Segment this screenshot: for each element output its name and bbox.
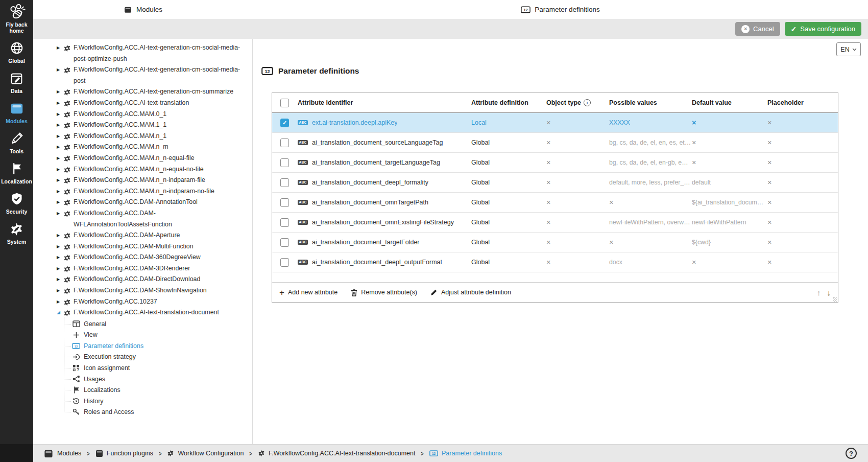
tree-item[interactable]: ▶ F.WorkflowConfig.ACC.DAM-AnnotationToo… <box>33 197 252 208</box>
expand-arrow-icon[interactable]: ▶ <box>57 175 63 186</box>
tree-item[interactable]: ▶ F.WorkflowConfig.ACC.DAM-WFLAnnotation… <box>33 208 252 230</box>
expand-arrow-icon[interactable]: ▶ <box>57 98 63 109</box>
collapse-arrow-icon[interactable]: ◢ <box>57 307 63 318</box>
tree-item[interactable]: ▶ F.WorkflowConfig.ACC.MAM.n_n-equal-no-… <box>33 164 252 175</box>
sidebar-item-system[interactable]: System <box>0 221 33 245</box>
breadcrumb-item-modules[interactable]: Modules <box>43 449 81 458</box>
tree-item[interactable]: ▶ F.WorkflowConfig.ACC.AI-text-generatio… <box>33 86 252 98</box>
select-all-checkbox[interactable] <box>280 99 289 107</box>
sidebar-item-modules[interactable]: Modules <box>0 100 33 124</box>
top-header-bar: Modules 12 Parameter definitions <box>33 0 868 19</box>
expand-arrow-icon[interactable]: ▶ <box>57 120 63 131</box>
cancel-button[interactable]: × Cancel <box>735 22 780 36</box>
tree-child-general[interactable]: General <box>33 318 252 330</box>
expand-arrow-icon[interactable]: ▶ <box>57 164 63 175</box>
expand-arrow-icon[interactable]: ▶ <box>57 42 63 54</box>
table-row[interactable]: ✓ ABC ai_translation_document_omnTargetP… <box>272 193 838 213</box>
sidebar-item-fly-back-home[interactable]: Fly back home <box>0 4 33 34</box>
expand-arrow-icon[interactable]: ▶ <box>57 86 63 98</box>
modules-icon <box>10 100 24 117</box>
expand-arrow-icon[interactable]: ▶ <box>57 285 63 296</box>
tree-item[interactable]: ▶ F.WorkflowConfig.ACC.MAM.n_m <box>33 142 252 153</box>
tree-child-history[interactable]: History <box>33 396 252 407</box>
table-row[interactable]: ✓ ABC ext.ai-translation.deepl.apiKey Lo… <box>272 113 838 133</box>
tree-item-expanded[interactable]: ◢ F.WorkflowConfig.ACC.AI-text-translati… <box>33 307 252 318</box>
help-icon[interactable]: ? <box>846 448 857 459</box>
expand-arrow-icon[interactable]: ▶ <box>57 197 63 208</box>
tree-item[interactable]: ▶ F.WorkflowConfig.ACC.DAM-MultiFunction <box>33 241 252 252</box>
tree-item[interactable]: ▶ F.WorkflowConfig.ACC.MAM.1_1 <box>33 120 252 131</box>
expand-arrow-icon[interactable]: ▶ <box>57 109 63 120</box>
tree-item[interactable]: ▶ F.WorkflowConfig.ACC.MAM.n_n-equal-fil… <box>33 153 252 164</box>
table-row[interactable]: ✓ ABC ai_translation_document_deepl_outp… <box>272 252 838 272</box>
tree-child-roles-and-access[interactable]: Roles and Access <box>33 407 252 418</box>
breadcrumb-item-function-plugins[interactable]: Function plugins <box>95 450 153 457</box>
breadcrumb-item-parameter-definitions[interactable]: 12 Parameter definitions <box>429 450 502 457</box>
text-attribute-icon: ABC <box>298 220 308 225</box>
tree-item[interactable]: ▶ F.WorkflowConfig.ACC.DAM-DirectDownloa… <box>33 274 252 285</box>
info-icon[interactable]: i <box>584 99 591 106</box>
expand-arrow-icon[interactable]: ▶ <box>57 230 63 241</box>
row-checkbox[interactable]: ✓ <box>280 138 289 147</box>
language-selector[interactable]: EN <box>836 42 861 56</box>
adjust-attribute-definition-button[interactable]: Adjust attribute definition <box>430 289 511 296</box>
move-up-button[interactable]: ↑ <box>817 288 821 297</box>
attribute-identifier: ext.ai-translation.deepl.apiKey <box>312 119 397 126</box>
tree-item[interactable]: ▶ F.WorkflowConfig.ACC.DAM-360DegreeView <box>33 252 252 263</box>
sidebar-item-tools[interactable]: Tools <box>0 130 33 154</box>
tree-child-usages[interactable]: Usages <box>33 374 252 385</box>
tree-child-localizations[interactable]: Localizations <box>33 384 252 396</box>
row-checkbox[interactable]: ✓ <box>280 198 289 207</box>
expand-arrow-icon[interactable]: ▶ <box>57 186 63 197</box>
expand-arrow-icon[interactable]: ▶ <box>57 274 63 285</box>
tree-item[interactable]: ▶ F.WorkflowConfig.ACC.AI-text-generatio… <box>33 64 252 86</box>
tree-item[interactable]: ▶ F.WorkflowConfig.ACC.MAM.n_n-indparam-… <box>33 175 252 186</box>
table-row[interactable]: ✓ ABC ai_translation_document_omnExistin… <box>272 213 838 233</box>
table-row[interactable]: ✓ ABC ai_translation_document_deepl_form… <box>272 173 838 193</box>
tree-item[interactable]: ▶ F.WorkflowConfig.ACC.AI-text-translati… <box>33 98 252 109</box>
tree-item[interactable]: ▶ F.WorkflowConfig.ACC.DAM-Aperture <box>33 230 252 241</box>
expand-arrow-icon[interactable]: ▶ <box>57 142 63 153</box>
gear-icon <box>63 166 71 173</box>
table-resize-handle[interactable] <box>833 297 837 302</box>
tree-item[interactable]: ▶ F.WorkflowConfig.ACC.MAM.0_1 <box>33 109 252 120</box>
row-checkbox[interactable]: ✓ <box>280 158 289 167</box>
expand-arrow-icon[interactable]: ▶ <box>57 131 63 142</box>
row-checkbox[interactable]: ✓ <box>280 238 289 247</box>
parameter-definitions-icon: 12 <box>521 6 531 13</box>
tree-child-icon-assignment[interactable]: ? Icon assignment <box>33 362 252 374</box>
expand-arrow-icon[interactable]: ▶ <box>57 263 63 274</box>
row-checkbox[interactable]: ✓ <box>280 119 289 127</box>
remove-attributes-button[interactable]: Remove attribute(s) <box>351 289 417 296</box>
row-checkbox[interactable]: ✓ <box>280 218 289 227</box>
table-row[interactable]: ✓ ABC ai_translation_document_targetFold… <box>272 233 838 252</box>
tree-item[interactable]: ▶ F.WorkflowConfig.ACC.MAM.n_1 <box>33 131 252 142</box>
expand-arrow-icon[interactable]: ▶ <box>57 241 63 252</box>
table-row[interactable]: ✓ ABC ai_translation_document_targetLang… <box>272 153 838 173</box>
row-checkbox[interactable]: ✓ <box>280 258 289 267</box>
expand-arrow-icon[interactable]: ▶ <box>57 208 63 219</box>
sidebar-item-security[interactable]: Security <box>0 191 33 215</box>
tree-child-execution-strategy[interactable]: Execution strategy <box>33 352 252 363</box>
tree-item[interactable]: ▶ F.WorkflowConfig.ACC.DAM-ShowInNavigat… <box>33 285 252 296</box>
expand-arrow-icon[interactable]: ▶ <box>57 153 63 164</box>
sidebar-item-localization[interactable]: Localization <box>0 160 33 184</box>
tree-item[interactable]: ▶ F.WorkflowConfig.ACC.MAM.n_n-indparam-… <box>33 186 252 197</box>
expand-arrow-icon[interactable]: ▶ <box>57 252 63 263</box>
breadcrumb-item-workflow-config-document[interactable]: F.WorkflowConfig.ACC.AI-text-translation… <box>258 450 415 457</box>
save-configuration-button[interactable]: ✓ Save configuration <box>785 22 861 36</box>
sidebar-item-global[interactable]: Global <box>0 40 33 64</box>
tree-item[interactable]: ▶ F.WorkflowConfig.ACC.10237 <box>33 296 252 308</box>
tree-item[interactable]: ▶ F.WorkflowConfig.ACC.AI-text-generatio… <box>33 42 252 64</box>
sidebar-item-data[interactable]: Data <box>0 70 33 94</box>
row-checkbox[interactable]: ✓ <box>280 178 289 187</box>
add-new-attribute-button[interactable]: + Add new attribute <box>279 288 337 297</box>
tree-child-view[interactable]: View <box>33 329 252 340</box>
tree-child-parameter-definitions[interactable]: 12 Parameter definitions <box>33 340 252 352</box>
expand-arrow-icon[interactable]: ▶ <box>57 296 63 308</box>
move-down-button[interactable]: ↓ <box>827 288 831 297</box>
tree-item[interactable]: ▶ F.WorkflowConfig.ACC.DAM-3DRenderer <box>33 263 252 274</box>
expand-arrow-icon[interactable]: ▶ <box>57 64 63 76</box>
table-row[interactable]: ✓ ABC ai_translation_document_sourceLang… <box>272 133 838 153</box>
breadcrumb-item-workflow-configuration[interactable]: Workflow Configuration <box>167 450 244 457</box>
